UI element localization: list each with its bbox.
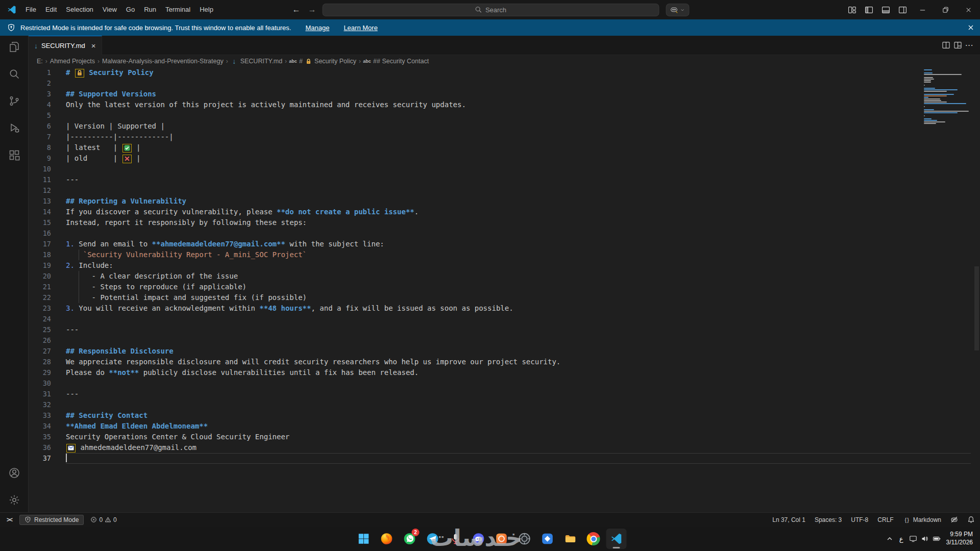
activitybar-settings-icon[interactable] bbox=[3, 489, 26, 511]
toggle-secondary-sidebar-icon[interactable] bbox=[894, 2, 911, 17]
editor-line-19[interactable]: 192. Include: bbox=[29, 260, 980, 271]
menu-edit[interactable]: Edit bbox=[41, 0, 61, 19]
editor-line-14[interactable]: 14If you discover a security vulnerabili… bbox=[29, 207, 980, 217]
toggle-panel-icon[interactable] bbox=[877, 2, 894, 17]
editor-line-37[interactable]: 37 bbox=[29, 453, 980, 464]
taskbar-whatsapp-icon[interactable]: 2 bbox=[400, 529, 420, 549]
chevron-up-icon[interactable] bbox=[886, 535, 894, 543]
taskbar-chrome-icon[interactable] bbox=[583, 529, 604, 549]
editor-line-28[interactable]: 28We appreciate responsible disclosure a… bbox=[29, 357, 980, 367]
editor-line-5[interactable]: 5 bbox=[29, 110, 980, 121]
taskbar-mic-icon[interactable] bbox=[446, 529, 466, 549]
tab-close-icon[interactable]: × bbox=[91, 42, 96, 49]
clock[interactable]: 9:59 PM 3/11/2026 bbox=[946, 531, 973, 546]
menu-run[interactable]: Run bbox=[139, 0, 161, 19]
editor-line-2[interactable]: 2 bbox=[29, 78, 980, 89]
status-bell-icon[interactable] bbox=[967, 516, 975, 523]
back-arrow-icon[interactable]: ← bbox=[291, 5, 302, 14]
forward-arrow-icon[interactable]: → bbox=[307, 5, 318, 14]
editor-line-34[interactable]: 34**Ahmed Emad Eldeen Abdelmoneam** bbox=[29, 421, 980, 432]
problems-status[interactable]: 0 0 bbox=[90, 516, 116, 523]
display-icon[interactable] bbox=[909, 535, 917, 543]
taskbar-discord-icon[interactable] bbox=[469, 529, 489, 549]
editor-scrollbar[interactable] bbox=[974, 266, 979, 350]
minimize-button[interactable] bbox=[911, 0, 934, 19]
language-indicator[interactable]: ع bbox=[899, 535, 903, 543]
restore-button[interactable] bbox=[934, 0, 957, 19]
taskbar-vscode-icon[interactable] bbox=[606, 529, 627, 549]
editor-layout-icon[interactable] bbox=[953, 41, 962, 49]
menu-view[interactable]: View bbox=[98, 0, 121, 19]
search-input[interactable]: Search bbox=[323, 4, 659, 16]
minimap[interactable] bbox=[924, 69, 973, 126]
activitybar-source-control-icon[interactable] bbox=[3, 90, 26, 112]
close-button[interactable] bbox=[957, 0, 980, 19]
banner-close-icon[interactable] bbox=[967, 23, 975, 32]
editor-line-22[interactable]: 22 - Potential impact and suggested fix … bbox=[29, 292, 980, 303]
status-crlf[interactable]: CRLF bbox=[877, 516, 893, 523]
restricted-mode-status[interactable]: Restricted Mode bbox=[19, 515, 84, 525]
editor-line-10[interactable]: 10 bbox=[29, 164, 980, 174]
breadcrumb-item[interactable]: E: bbox=[37, 58, 43, 65]
status-markdown[interactable]: { }Markdown bbox=[903, 516, 941, 523]
breadcrumb-item[interactable]: ↓SECURITY.md bbox=[231, 58, 282, 65]
breadcrumb-item[interactable]: Malware-Analysis-and-Prevention-Strategy bbox=[102, 58, 224, 65]
breadcrumb-item[interactable]: abc# Security Policy bbox=[289, 58, 356, 65]
remote-indicator[interactable]: >< bbox=[0, 513, 18, 527]
editor-line-1[interactable]: 1# Security Policy bbox=[29, 67, 980, 78]
editor[interactable]: 1# Security Policy23## Supported Version… bbox=[29, 67, 980, 512]
editor-line-21[interactable]: 21 - Steps to reproduce (if applicable) bbox=[29, 282, 980, 292]
customize-layout-icon[interactable] bbox=[844, 2, 861, 17]
activitybar-run-debug-icon[interactable] bbox=[3, 117, 26, 139]
breadcrumb-item[interactable]: Ahmed Projects bbox=[50, 58, 95, 65]
editor-line-7[interactable]: 7|----------|------------| bbox=[29, 132, 980, 142]
editor-line-6[interactable]: 6| Version | Supported | bbox=[29, 121, 980, 132]
more-actions-icon[interactable]: ··· bbox=[965, 41, 974, 49]
editor-line-17[interactable]: 171. Send an email to **ahmedemadeldeen7… bbox=[29, 239, 980, 249]
taskbar-start-icon[interactable] bbox=[354, 529, 374, 549]
activitybar-explorer-icon[interactable] bbox=[3, 36, 26, 58]
editor-line-12[interactable]: 12 bbox=[29, 185, 980, 196]
taskbar-firefox-icon[interactable] bbox=[377, 529, 397, 549]
tray-icons[interactable] bbox=[909, 535, 941, 543]
breadcrumb-item[interactable]: abc## Security Contact bbox=[363, 58, 429, 65]
editor-line-13[interactable]: 13## Reporting a Vulnerability bbox=[29, 196, 980, 207]
menu-selection[interactable]: Selection bbox=[61, 0, 97, 19]
status-utf-8[interactable]: UTF-8 bbox=[851, 516, 868, 523]
editor-line-23[interactable]: 233. You will receive an acknowledgment … bbox=[29, 303, 980, 314]
menu-terminal[interactable]: Terminal bbox=[161, 0, 195, 19]
editor-line-11[interactable]: 11--- bbox=[29, 174, 980, 185]
menu-file[interactable]: File bbox=[21, 0, 41, 19]
menu-help[interactable]: Help bbox=[195, 0, 218, 19]
status-spaces-3[interactable]: Spaces: 3 bbox=[815, 516, 842, 523]
toggle-primary-sidebar-icon[interactable] bbox=[861, 2, 877, 17]
editor-line-8[interactable]: 8| latest | | bbox=[29, 142, 980, 153]
editor-line-26[interactable]: 26 bbox=[29, 335, 980, 346]
taskbar-file-explorer-icon[interactable] bbox=[560, 529, 581, 549]
editor-line-20[interactable]: 20 - A clear description of the issue bbox=[29, 271, 980, 282]
editor-line-35[interactable]: 35Security Operations Center & Cloud Sec… bbox=[29, 432, 980, 442]
battery-icon[interactable] bbox=[933, 535, 941, 543]
editor-line-36[interactable]: 36 ahmedemadeldeen77@gmail.com bbox=[29, 442, 980, 453]
editor-line-30[interactable]: 30 bbox=[29, 378, 980, 389]
manage-link[interactable]: Manage bbox=[305, 24, 329, 32]
taskbar-lens-app-icon[interactable] bbox=[514, 529, 535, 549]
taskbar-photos-icon[interactable] bbox=[537, 529, 558, 549]
taskbar-telegram-icon[interactable] bbox=[423, 529, 443, 549]
editor-line-9[interactable]: 9| old | | bbox=[29, 153, 980, 164]
activitybar-extensions-icon[interactable] bbox=[3, 144, 26, 166]
editor-line-3[interactable]: 3## Supported Versions bbox=[29, 89, 980, 99]
tab-security-md[interactable]: ↓ SECURITY.md × bbox=[29, 36, 102, 55]
volume-icon[interactable] bbox=[921, 535, 929, 543]
editor-line-15[interactable]: 15Instead, report it responsibly by foll… bbox=[29, 217, 980, 228]
editor-line-25[interactable]: 25--- bbox=[29, 324, 980, 335]
split-editor-icon[interactable] bbox=[942, 41, 950, 49]
activitybar-search-icon[interactable] bbox=[3, 63, 26, 85]
status-ln-37-col-1[interactable]: Ln 37, Col 1 bbox=[772, 516, 805, 523]
editor-line-24[interactable]: 24 bbox=[29, 314, 980, 324]
copilot-button[interactable] bbox=[666, 4, 690, 16]
editor-line-16[interactable]: 16 bbox=[29, 228, 980, 239]
editor-line-27[interactable]: 27## Responsible Disclosure bbox=[29, 346, 980, 357]
menu-go[interactable]: Go bbox=[121, 0, 139, 19]
activitybar-account-icon[interactable] bbox=[3, 462, 26, 484]
